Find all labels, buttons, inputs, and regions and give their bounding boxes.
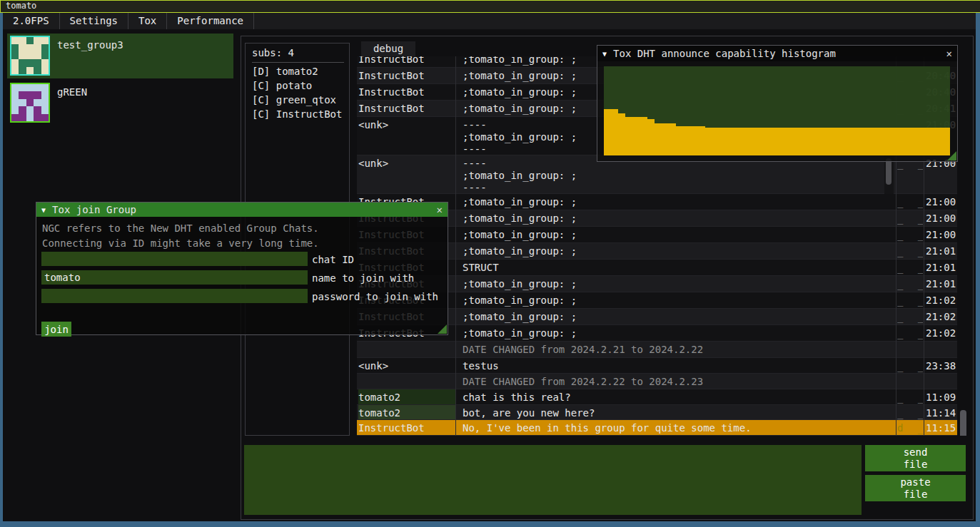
resize-grip[interactable] bbox=[438, 324, 447, 334]
histogram-bar bbox=[640, 117, 647, 155]
sender-name: <unk> bbox=[358, 358, 455, 373]
system-row[interactable]: DATE CHANGED from 2024.2.21 to 2024.2.22 bbox=[357, 342, 957, 358]
sender-name: <unk> bbox=[358, 155, 455, 193]
sub-member-item[interactable]: [C] green_qtox bbox=[252, 94, 336, 106]
send-file-button[interactable]: send file bbox=[865, 445, 966, 471]
close-icon[interactable]: ✕ bbox=[437, 204, 443, 215]
histogram-bar bbox=[777, 128, 784, 155]
message-time: 11:15 bbox=[926, 420, 957, 435]
histogram-bar bbox=[755, 128, 762, 155]
sub-member-item[interactable]: [C] InstructBot bbox=[252, 108, 342, 120]
histogram-bar bbox=[705, 128, 712, 155]
chat-id-input[interactable] bbox=[41, 252, 308, 266]
message-text: ;tomato_in_group: ; bbox=[463, 243, 895, 259]
histogram-bar bbox=[676, 126, 683, 155]
join-password-label: password to join with bbox=[312, 291, 438, 302]
menu-item-settings[interactable]: Settings bbox=[60, 13, 128, 29]
group-item-test_group3[interactable]: test_group3 bbox=[7, 34, 233, 78]
join-password-input[interactable] bbox=[41, 289, 308, 303]
menu-item-performance[interactable]: Performance bbox=[167, 13, 254, 29]
menu-bar: 2.0FPSSettingsToxPerformance bbox=[3, 13, 976, 29]
message-text: testus bbox=[463, 358, 895, 373]
ngc-info-line: NGC refers to the New DHT enabled Group … bbox=[42, 222, 319, 234]
histogram-bar bbox=[914, 128, 921, 155]
group-item-gREEN[interactable]: gREEN bbox=[7, 81, 233, 123]
message-time: 21:00 bbox=[926, 227, 957, 242]
window-title: tomato bbox=[6, 1, 36, 11]
message-text: ;tomato_in_group: ; bbox=[463, 309, 895, 324]
message-scrollbar-thumb[interactable] bbox=[886, 158, 891, 185]
chat-scrollbar-thumb[interactable] bbox=[960, 410, 966, 436]
chat-row[interactable]: InstructBotNo, I've been in this group f… bbox=[357, 420, 957, 436]
histogram-bar bbox=[799, 128, 806, 155]
paste-file-button[interactable]: paste file bbox=[865, 475, 966, 501]
sender-name: tomato2 bbox=[358, 405, 455, 419]
message-time: 21:02 bbox=[926, 325, 957, 341]
message-flags: _ _ bbox=[897, 309, 923, 324]
dht-histogram-titlebar[interactable]: ▼ Tox DHT announce capability histogram … bbox=[597, 46, 957, 61]
sub-member-item[interactable]: [D] tomato2 bbox=[252, 66, 318, 77]
subs-count-label: subs: 4 bbox=[252, 47, 294, 58]
message-flags: _ _ bbox=[897, 276, 923, 292]
sender-name: InstructBot bbox=[358, 68, 455, 83]
histogram-bar bbox=[907, 128, 914, 155]
histogram-bar bbox=[741, 128, 748, 155]
histogram-bar bbox=[857, 128, 864, 155]
histogram-bar bbox=[625, 117, 632, 155]
os-titlebar[interactable]: tomato bbox=[0, 0, 980, 13]
date-changed-text: DATE CHANGED from 2024.2.21 to 2024.2.22 bbox=[463, 342, 895, 357]
join-group-title: Tox join Group bbox=[52, 204, 136, 215]
histogram-bar bbox=[885, 128, 892, 155]
message-text: ;tomato_in_group: ; bbox=[463, 227, 895, 242]
join-group-titlebar[interactable]: ▼ Tox join Group ✕ bbox=[36, 203, 448, 217]
message-text: bot, are you new here? bbox=[463, 405, 895, 419]
chat-row[interactable]: tomato2chat is this real?_ _11:09 bbox=[357, 389, 957, 405]
join-name-label: name to join with bbox=[312, 272, 414, 284]
histogram-bar bbox=[871, 128, 878, 155]
message-flags: _ _ bbox=[897, 358, 923, 373]
dht-histogram-title: Tox DHT announce capability histogram bbox=[613, 48, 836, 59]
join-name-input[interactable] bbox=[41, 270, 308, 285]
resize-grip[interactable] bbox=[947, 151, 956, 160]
menu-item-tox[interactable]: Tox bbox=[128, 13, 167, 29]
histogram-bar bbox=[892, 128, 899, 155]
window-border-left bbox=[0, 13, 3, 527]
histogram-bar bbox=[842, 128, 849, 155]
message-time: 21:01 bbox=[926, 276, 957, 292]
sender-name: InstructBot bbox=[358, 84, 455, 100]
group-avatar bbox=[10, 36, 50, 76]
message-time: 21:01 bbox=[926, 260, 957, 275]
histogram-bar bbox=[792, 128, 799, 155]
histogram-bar bbox=[669, 123, 676, 155]
collapse-arrow-icon[interactable]: ▼ bbox=[41, 206, 46, 214]
histogram-bar bbox=[921, 128, 929, 155]
histogram-bar bbox=[762, 128, 769, 155]
sub-member-item[interactable]: [C] potato bbox=[252, 80, 312, 91]
join-button[interactable]: join bbox=[41, 322, 71, 337]
dht-capability-plot bbox=[604, 66, 950, 155]
group-avatar bbox=[10, 83, 50, 123]
histogram-bar bbox=[683, 126, 690, 155]
histogram-bar bbox=[662, 123, 669, 155]
histogram-bar bbox=[748, 128, 755, 155]
subs-separator bbox=[252, 62, 344, 63]
collapse-arrow-icon[interactable]: ▼ bbox=[602, 50, 607, 58]
date-changed-text: DATE CHANGED from 2024.2.22 to 2024.2.23 bbox=[463, 374, 895, 389]
close-icon[interactable]: ✕ bbox=[946, 48, 952, 59]
message-text: chat is this real? bbox=[463, 389, 895, 404]
chat-row[interactable]: <unk>testus_ _23:38 bbox=[357, 358, 957, 374]
histogram-bar bbox=[647, 119, 655, 155]
message-input[interactable] bbox=[244, 445, 862, 515]
group-name: test_group3 bbox=[57, 39, 123, 51]
histogram-bar bbox=[618, 113, 625, 155]
histogram-bar bbox=[835, 128, 842, 155]
system-row[interactable]: DATE CHANGED from 2024.2.22 to 2024.2.23 bbox=[357, 374, 957, 389]
histogram-bar bbox=[727, 128, 734, 155]
histogram-bar bbox=[820, 128, 827, 155]
tab-debug[interactable]: debug bbox=[361, 41, 415, 56]
chat-row[interactable]: tomato2bot, are you new here?_ _11:14 bbox=[357, 405, 957, 420]
message-flags: _ _ bbox=[897, 292, 923, 308]
dht-histogram-body bbox=[597, 61, 957, 161]
sender-name: tomato2 bbox=[358, 389, 455, 404]
histogram-bar bbox=[849, 128, 857, 155]
